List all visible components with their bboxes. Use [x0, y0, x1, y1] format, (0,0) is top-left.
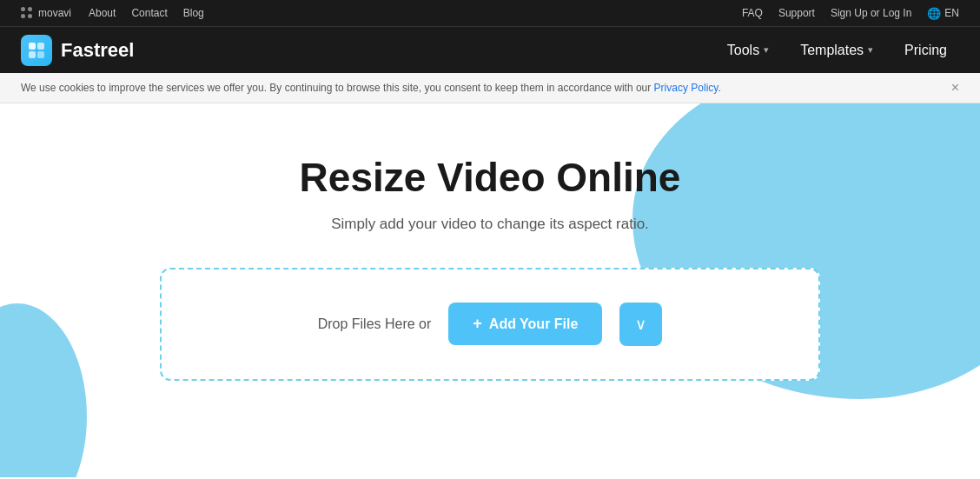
hero-section: Resize Video Online Simply add your vide… — [0, 103, 980, 477]
svg-rect-1 — [37, 43, 44, 50]
language-selector[interactable]: 🌐 EN — [927, 7, 959, 20]
file-options-dropdown-button[interactable]: ∨ — [619, 303, 662, 346]
add-file-label: Add Your File — [489, 316, 579, 332]
templates-chevron-icon: ▾ — [868, 44, 873, 56]
globe-icon: 🌐 — [927, 7, 941, 20]
cookie-text: We use cookies to improve the services w… — [21, 82, 721, 94]
svg-rect-3 — [37, 51, 44, 58]
top-bar-left: movavi About Contact Blog — [21, 7, 204, 19]
dropzone-text: Drop Files Here or — [318, 316, 432, 332]
nav-templates[interactable]: Templates ▾ — [788, 37, 885, 63]
movavi-dots-icon — [21, 7, 33, 19]
top-nav-support[interactable]: Support — [778, 7, 815, 19]
hero-title: Resize Video Online — [99, 156, 881, 200]
nav-tools[interactable]: Tools ▾ — [715, 37, 781, 63]
top-bar: movavi About Contact Blog FAQ Support Si… — [0, 0, 980, 26]
lang-label: EN — [944, 7, 959, 19]
top-nav-signup-login[interactable]: Sign Up or Log In — [831, 7, 911, 19]
blob-bottom-left-decoration — [0, 303, 87, 477]
top-nav-contact[interactable]: Contact — [131, 7, 167, 19]
main-nav-links: Tools ▾ Templates ▾ Pricing — [715, 37, 959, 63]
nav-brand[interactable]: Fastreel — [21, 35, 134, 66]
top-nav-blog[interactable]: Blog — [183, 7, 204, 19]
movavi-logo[interactable]: movavi — [21, 7, 71, 19]
cookie-close-button[interactable]: × — [951, 80, 959, 96]
plus-icon: + — [473, 315, 482, 333]
top-bar-right: FAQ Support Sign Up or Log In 🌐 EN — [742, 7, 959, 20]
main-nav: Fastreel Tools ▾ Templates ▾ Pricing — [0, 26, 980, 73]
hero-content: Resize Video Online Simply add your vide… — [99, 156, 881, 268]
hero-subtitle: Simply add your video to change its aspe… — [99, 216, 881, 233]
privacy-policy-link[interactable]: Privacy Policy — [654, 82, 718, 94]
cookie-bar: We use cookies to improve the services w… — [0, 73, 980, 103]
chevron-down-icon: ∨ — [635, 315, 646, 334]
nav-pricing[interactable]: Pricing — [892, 37, 959, 63]
svg-rect-0 — [29, 43, 36, 50]
brand-icon — [21, 35, 52, 66]
movavi-label: movavi — [38, 7, 71, 19]
top-nav: About Contact Blog — [89, 7, 204, 19]
brand-name: Fastreel — [61, 39, 134, 62]
top-nav-about[interactable]: About — [89, 7, 116, 19]
add-file-button[interactable]: + Add Your File — [448, 303, 602, 345]
top-nav-faq[interactable]: FAQ — [742, 7, 763, 19]
tools-chevron-icon: ▾ — [764, 44, 769, 56]
svg-rect-2 — [29, 51, 36, 58]
dropzone[interactable]: Drop Files Here or + Add Your File ∨ — [160, 268, 820, 381]
